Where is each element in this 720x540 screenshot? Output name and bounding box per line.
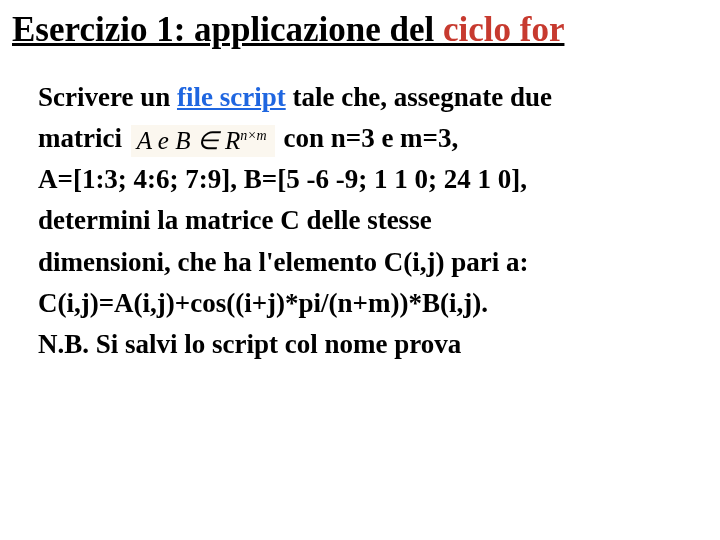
title-accent: ciclo for bbox=[443, 10, 564, 49]
text-span: tale che, assegnate due bbox=[286, 82, 552, 112]
link-file-script: file script bbox=[177, 82, 286, 112]
text-span: con n=3 e m=3, bbox=[277, 123, 459, 153]
body-line-3: A=[1:3; 4:6; 7:9], B=[5 -6 -9; 1 1 0; 24… bbox=[38, 160, 682, 199]
slide-title: Esercizio 1: applicazione del ciclo for bbox=[12, 10, 708, 50]
body-line-5: dimensioni, che ha l'elemento C(i,j) par… bbox=[38, 243, 682, 282]
formula-image: A e B ∈ Rn×m bbox=[131, 125, 275, 157]
slide: Esercizio 1: applicazione del ciclo for … bbox=[0, 0, 720, 364]
title-text: Esercizio 1: applicazione del bbox=[12, 10, 443, 49]
slide-body: Scrivere un file script tale che, assegn… bbox=[12, 78, 708, 364]
body-line-2: matrici A e B ∈ Rn×m con n=3 e m=3, bbox=[38, 119, 682, 158]
body-line-1: Scrivere un file script tale che, assegn… bbox=[38, 78, 682, 117]
text-span: Scrivere un bbox=[38, 82, 177, 112]
body-line-4: determini la matrice C delle stesse bbox=[38, 201, 682, 240]
formula-part: A e bbox=[137, 127, 175, 154]
formula-sup: n×m bbox=[240, 128, 267, 143]
body-line-6: C(i,j)=A(i,j)+cos((i+j)*pi/(n+m))*B(i,j)… bbox=[38, 284, 682, 323]
formula-part: B ∈ R bbox=[175, 127, 240, 154]
text-span: matrici bbox=[38, 123, 129, 153]
body-line-7: N.B. Si salvi lo script col nome prova bbox=[38, 325, 682, 364]
